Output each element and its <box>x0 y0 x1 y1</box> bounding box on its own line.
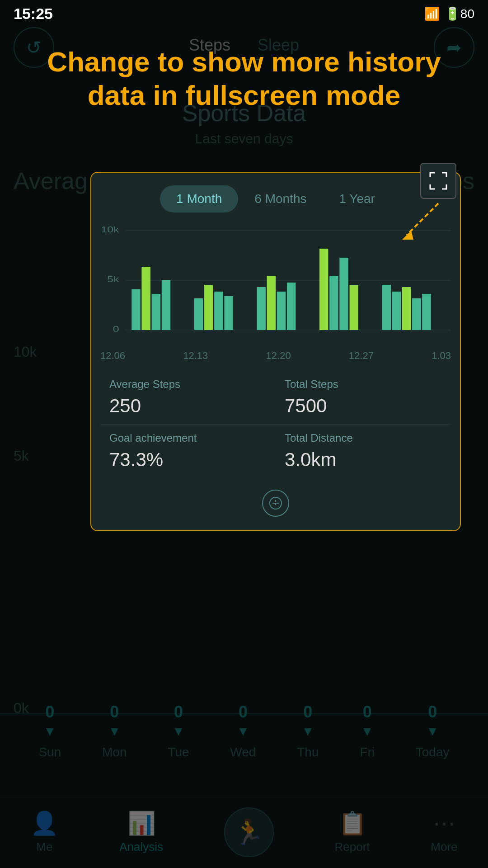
svg-rect-15 <box>224 296 233 330</box>
stat-label-avg-steps: Average Steps <box>109 378 267 391</box>
svg-rect-16 <box>257 287 265 330</box>
export-button[interactable] <box>262 490 289 517</box>
fullscreen-button[interactable] <box>420 163 456 199</box>
x-label-4: 12.27 <box>349 350 374 362</box>
stat-label-distance: Total Distance <box>285 432 442 444</box>
svg-marker-1 <box>402 231 413 240</box>
svg-text:0: 0 <box>113 324 119 334</box>
svg-rect-23 <box>350 285 358 330</box>
dashed-arrow <box>393 194 447 249</box>
svg-text:10k: 10k <box>101 225 119 234</box>
stat-value-total-steps: 7500 <box>285 395 442 417</box>
svg-rect-27 <box>412 298 421 330</box>
fullscreen-icon <box>428 171 448 191</box>
svg-line-0 <box>407 203 438 235</box>
stat-label-total-steps: Total Steps <box>285 378 442 391</box>
x-label-3: 12.20 <box>266 350 291 362</box>
svg-rect-25 <box>392 292 401 330</box>
svg-rect-28 <box>422 294 431 330</box>
svg-rect-10 <box>152 294 160 330</box>
svg-rect-8 <box>131 289 140 330</box>
svg-rect-19 <box>287 283 296 330</box>
annotation-text: Change to show more history data in full… <box>14 45 474 113</box>
signal-icon: 📶 <box>424 6 440 21</box>
x-label-2: 12.13 <box>183 350 208 362</box>
svg-rect-17 <box>267 276 276 330</box>
stat-value-avg-steps: 250 <box>109 395 267 417</box>
svg-rect-21 <box>329 276 338 330</box>
x-label-1: 12.06 <box>100 350 125 362</box>
card-tab-6months[interactable]: 6 Months <box>238 185 323 212</box>
svg-rect-20 <box>319 249 328 330</box>
stat-cell-avg-steps: Average Steps 250 <box>100 371 276 424</box>
svg-rect-12 <box>194 298 203 330</box>
svg-rect-13 <box>204 285 213 330</box>
svg-rect-22 <box>339 258 348 330</box>
status-time: 15:25 <box>14 5 53 23</box>
svg-rect-14 <box>214 292 223 330</box>
battery-icon: 🔋80 <box>445 6 474 21</box>
stat-cell-goal: Goal achievement 73.3% <box>100 425 276 478</box>
stat-cell-distance: Total Distance 3.0km <box>276 425 451 478</box>
svg-text:5k: 5k <box>107 274 119 284</box>
svg-rect-9 <box>141 267 150 330</box>
svg-rect-24 <box>382 285 391 330</box>
stat-label-goal: Goal achievement <box>109 432 267 444</box>
svg-rect-11 <box>162 280 170 330</box>
stat-value-goal: 73.3% <box>109 449 267 471</box>
annotation-line1: Change to show more history <box>47 46 441 77</box>
card-export <box>91 482 460 526</box>
x-label-5: 1.03 <box>432 350 451 362</box>
card-tab-1month[interactable]: 1 Month <box>160 185 238 212</box>
chart-x-labels: 12.06 12.13 12.20 12.27 1.03 <box>91 348 460 362</box>
card-tab-1year[interactable]: 1 Year <box>323 185 391 212</box>
annotation-line2: data in fullscreen mode <box>88 80 401 111</box>
svg-rect-26 <box>402 287 411 330</box>
stat-cell-total-steps: Total Steps 7500 <box>276 371 451 424</box>
stats-grid: Average Steps 250 Total Steps 7500 Goal … <box>100 371 451 478</box>
status-icons: 📶 🔋80 <box>424 6 474 21</box>
stat-value-distance: 3.0km <box>285 449 442 471</box>
export-icon <box>269 496 282 510</box>
svg-rect-18 <box>277 292 286 330</box>
status-bar: 15:25 📶 🔋80 <box>0 0 488 27</box>
